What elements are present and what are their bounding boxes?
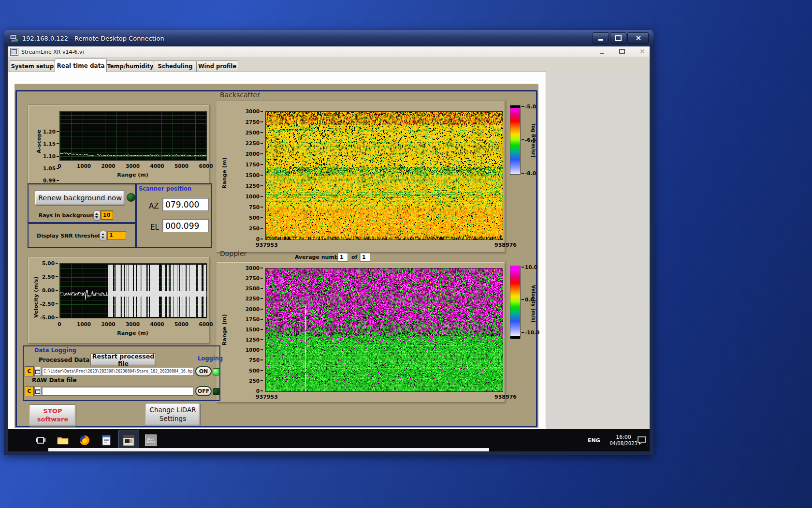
notification-center-button[interactable] — [636, 434, 648, 446]
processed-logging-switch[interactable]: ON — [195, 366, 212, 376]
tick-label: 1500 — [246, 327, 263, 332]
file-explorer-button[interactable] — [57, 434, 69, 446]
tick-label: -2.50 — [40, 301, 58, 307]
tick-label: 2.50 — [42, 274, 58, 280]
doppler-x-start: 937953 — [256, 394, 278, 400]
time-label: 16:00 — [616, 434, 631, 441]
scanner-box — [135, 183, 212, 248]
renew-background-button[interactable]: Renew background now — [35, 190, 125, 206]
remote-session-area: StreamLine XR v14-6.vi System setup Real… — [8, 46, 650, 451]
backscatter-x-end: 938976 — [494, 242, 517, 248]
backscatter-graph-frame: Range (m) 300027502500225020001750150012… — [216, 100, 506, 253]
tick-label: 1000 — [246, 194, 263, 199]
raw-data-file-label: RAW Data file — [32, 377, 77, 384]
app-titlebar[interactable]: StreamLine XR v14-6.vi — [8, 46, 650, 58]
doppler-colorbar-label: Velocity (m/s) — [531, 272, 536, 335]
tick-label: 1250 — [246, 337, 263, 343]
app-minimize-button[interactable] — [598, 48, 605, 55]
tick-label: 4000 — [150, 163, 164, 169]
tab-temp-humidity[interactable]: Temp/humidity — [106, 60, 154, 72]
tick-label: 1250 — [246, 183, 263, 189]
firefox-button[interactable] — [79, 434, 90, 446]
folder-icon — [57, 435, 69, 445]
tab-scheduling[interactable]: Scheduling — [154, 60, 197, 72]
tick-label: 3000 — [126, 163, 140, 169]
tick-label: 1.05 — [43, 165, 59, 171]
tab-real-time-data[interactable]: Real time data — [55, 59, 107, 72]
tick-label: 5.00 — [42, 260, 58, 266]
el-value-field[interactable]: 000.099 — [162, 219, 209, 232]
processed-browse-button[interactable] — [34, 367, 41, 376]
processed-logging-led — [213, 368, 220, 375]
ascope-y-axis-label: A-scope — [36, 120, 42, 163]
processed-path-field[interactable]: C:\Lidar\Data\Proc\2023\202308\20230804\… — [42, 367, 193, 376]
app-maximize-button[interactable] — [619, 48, 625, 55]
backscatter-heatmap — [265, 111, 503, 240]
taskbar-edge-strip — [48, 448, 489, 451]
tick-label: 2500 — [246, 130, 263, 135]
raw-browse-button[interactable] — [34, 387, 41, 396]
tick-label: 500 — [249, 368, 263, 374]
tick-label: 1000 — [77, 163, 91, 169]
tab-system-setup[interactable]: System setup — [10, 60, 55, 72]
snr-spinner[interactable] — [100, 231, 107, 241]
raw-logging-switch[interactable]: OFF — [195, 386, 212, 396]
rdp-window-title: 192.168.0.122 - Remote Desktop Connectio… — [22, 35, 164, 42]
backscatter-y-axis-label: Range (m) — [221, 149, 228, 197]
restart-processed-file-button[interactable]: Restart processed file — [90, 353, 156, 366]
real-time-data-page: A-scope 1.201.151.101.050.99 01000200030… — [8, 72, 546, 430]
backscatter-colorbar[interactable] — [510, 105, 521, 175]
rdp-minimize-button[interactable] — [593, 32, 609, 44]
snr-threshold-label: Display SNR threshold — [37, 233, 103, 239]
document-app-button[interactable] — [101, 434, 112, 446]
processed-drive-box[interactable]: C — [25, 366, 34, 376]
firefox-icon — [79, 435, 90, 446]
doppler-colorbar[interactable] — [510, 266, 521, 339]
average-number-field[interactable]: 1 — [337, 253, 348, 262]
language-indicator[interactable]: ENG — [584, 429, 604, 451]
scan-scheduler-button[interactable]: Scan Sched — [145, 434, 157, 446]
raw-path-field[interactable] — [42, 387, 193, 396]
tick-label: 500 — [249, 215, 263, 221]
vi-window-icon — [123, 435, 134, 446]
az-value-field[interactable]: 079.000 — [162, 198, 209, 211]
el-label: EL — [150, 223, 159, 232]
rdp-close-button[interactable] — [627, 32, 649, 44]
tick-label: 1.15 — [43, 141, 59, 147]
rays-value-field[interactable]: 10 — [101, 210, 113, 220]
rays-spinner[interactable] — [93, 210, 101, 221]
rdp-maximize-button[interactable] — [610, 32, 626, 44]
tick-label: 3000 — [126, 321, 140, 327]
tab-wind-profile[interactable]: Wind profile — [196, 60, 238, 72]
task-view-button[interactable] — [35, 434, 46, 446]
change-line2: Settings — [160, 415, 186, 423]
raw-drive-box[interactable]: C — [25, 386, 34, 396]
tick-label: 2000 — [101, 163, 115, 169]
close-icon — [640, 49, 645, 54]
backscatter-y-axis: 3000275025002250200017501500125010007505… — [242, 108, 263, 242]
minimize-icon — [598, 39, 603, 41]
date-label: 04/08/2023 — [609, 441, 638, 447]
tick-label: 3000 — [246, 108, 263, 114]
stop-software-button[interactable]: STOP software — [29, 404, 76, 427]
doppler-x-axis: 937953 938976 — [256, 394, 517, 400]
labview-vi-icon — [10, 48, 18, 56]
doppler-y-axis-label: Range (m) — [221, 306, 228, 354]
tick-label: 6000 — [199, 321, 213, 327]
ascope-graph-frame: A-scope 1.201.151.101.050.99 01000200030… — [28, 105, 210, 184]
stop-line1: STOP — [44, 407, 62, 416]
scanner-position-title: Scanner position — [139, 185, 191, 192]
folder-icon — [35, 389, 40, 394]
snr-value-field[interactable]: 1 — [107, 231, 126, 240]
average-total-field[interactable]: 1 — [360, 253, 370, 262]
tick-label: 1750 — [246, 162, 263, 167]
rdp-window: 192.168.0.122 - Remote Desktop Connectio… — [4, 30, 653, 455]
change-lidar-settings-button[interactable]: Change LiDAR Settings — [145, 403, 201, 426]
rdp-titlebar[interactable]: 192.168.0.122 - Remote Desktop Connectio… — [4, 30, 653, 46]
app-close-button[interactable] — [639, 48, 646, 55]
rays-in-background-label: Rays in background — [39, 212, 98, 219]
tick-label: 0 — [58, 163, 61, 169]
tick-label: 5000 — [174, 321, 188, 327]
tick-label: 1000 — [77, 321, 91, 327]
tick-label: 0.99 — [43, 178, 59, 183]
